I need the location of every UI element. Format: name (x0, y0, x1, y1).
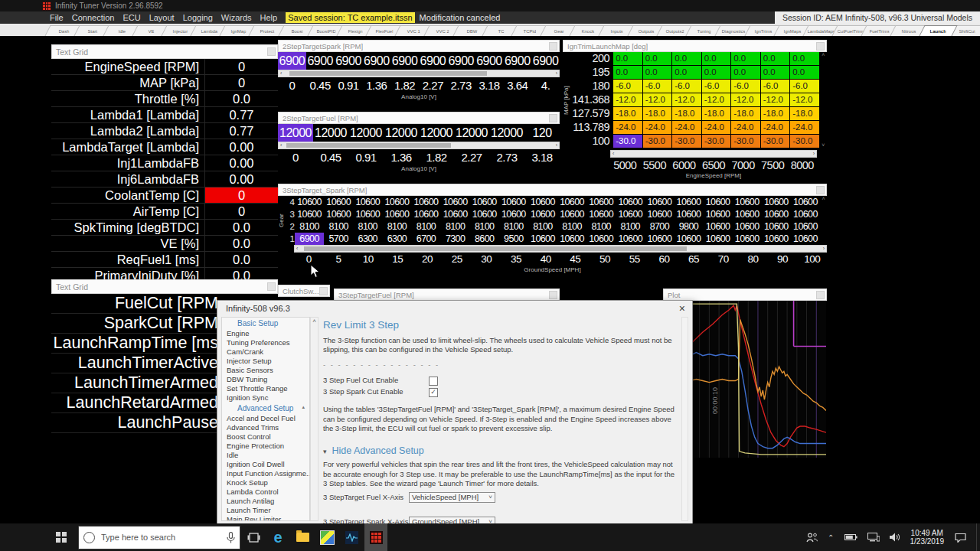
panel-menu-button[interactable] (549, 114, 557, 122)
scroll-left-icon[interactable]: ‹ (280, 70, 282, 77)
grid-cell[interactable]: 5700 (324, 233, 353, 245)
map-cell[interactable]: -24.0 (731, 121, 760, 134)
grid-cell[interactable]: 10600 (674, 196, 703, 208)
spark-cut-enable-checkbox[interactable]: ✓ (429, 388, 438, 397)
scroll-left-icon[interactable]: ‹ (612, 151, 614, 157)
map-cell[interactable]: -30.0 (761, 135, 790, 148)
scroll-right-icon[interactable]: › (813, 151, 815, 157)
axis-tick[interactable]: 0.45 (306, 77, 335, 93)
sidebar-item-engine[interactable]: Engine (227, 329, 309, 338)
sidebar-item-ignition-sync[interactable]: Ignition Sync (227, 393, 309, 403)
grid-cell[interactable]: 10600 (616, 208, 645, 220)
grid-cell[interactable]: 8100 (382, 220, 411, 233)
map-cell[interactable]: 0.0 (761, 66, 790, 79)
map-cell[interactable]: -6.0 (790, 80, 819, 93)
map-cell[interactable]: -18.0 (731, 107, 760, 120)
grid-cell[interactable]: 12000 (348, 124, 384, 142)
grid-cell[interactable]: 10600 (528, 208, 557, 220)
axis-tick[interactable]: 1.36 (384, 149, 419, 165)
grid-cell[interactable]: 6300 (353, 233, 382, 245)
tab-launch[interactable]: Launch (919, 25, 957, 36)
grid-cell[interactable]: 10600 (791, 208, 820, 220)
hide-advanced-setup-toggle[interactable]: ▾Hide Advanced Setup (323, 446, 678, 457)
grid-cell[interactable]: 10600 (324, 196, 353, 208)
grid-cell[interactable]: 6900 (306, 52, 335, 70)
scroll-left-icon[interactable]: ‹ (296, 246, 298, 252)
grid-cell[interactable]: 8100 (499, 220, 528, 233)
grid-cell[interactable]: 8100 (470, 220, 499, 233)
map-cell[interactable]: 0.0 (790, 66, 819, 79)
grid-cell[interactable]: 10600 (499, 196, 528, 208)
grid-cell[interactable]: 8100 (353, 220, 382, 233)
grid-cell[interactable]: 10600 (762, 208, 791, 220)
grid-cell[interactable]: 10600 (441, 208, 470, 220)
grid-cell[interactable]: 10600 (382, 196, 411, 208)
horizontal-scrollbar[interactable]: ‹ › (610, 150, 817, 158)
sidebar-item-launch-antilag[interactable]: Launch Antilag (227, 497, 309, 506)
map-cell[interactable]: -30.0 (613, 135, 642, 148)
axis-tick[interactable]: 1.82 (419, 149, 454, 165)
scroll-right-icon[interactable]: › (556, 142, 557, 148)
map-cell[interactable]: -30.0 (790, 135, 819, 148)
map-cell[interactable]: -12.0 (790, 93, 819, 106)
grid-cell[interactable]: 10600 (616, 196, 645, 208)
grid-cell[interactable]: 10600 (704, 233, 733, 245)
fuel-x-axis-select[interactable]: VehicleSpeed [MPH]˅ (409, 492, 495, 503)
sidebar-scrollbar[interactable]: ˄ (310, 317, 318, 521)
map-cell[interactable]: -24.0 (672, 121, 701, 134)
axis-tick[interactable]: 1.36 (362, 77, 390, 93)
start-button[interactable] (44, 523, 78, 551)
grid-cell[interactable]: 10600 (645, 196, 674, 208)
grid-cell[interactable]: 10600 (470, 196, 499, 208)
taskbar-clock[interactable]: 10:49 AM 1/23/2019 (910, 529, 945, 546)
grid-cell[interactable]: 10600 (382, 208, 411, 220)
sidebar-item-tuning-preferences[interactable]: Tuning Preferences (227, 338, 309, 347)
map-cell[interactable]: -30.0 (702, 135, 731, 148)
grid-cell[interactable]: 8100 (324, 220, 353, 233)
map-cell[interactable]: -24.0 (643, 121, 672, 134)
menu-item-connection[interactable]: Connection (72, 13, 115, 22)
grid-cell[interactable]: 8100 (557, 220, 586, 233)
menu-item-help[interactable]: Help (260, 13, 278, 22)
infinity-tuner-taskbar-icon[interactable] (364, 523, 387, 551)
scroll-down-icon[interactable]: ˅ (820, 142, 827, 148)
grid-cell[interactable]: 6900 (295, 233, 324, 245)
axis-tick[interactable]: 0.45 (313, 149, 348, 165)
grid-cell[interactable]: 6900 (475, 52, 504, 70)
axis-tick[interactable]: 0.91 (335, 77, 363, 93)
map-cell[interactable]: -30.0 (643, 135, 672, 148)
menu-item-ecu[interactable]: ECU (122, 13, 140, 22)
grid-cell[interactable]: 12000 (489, 124, 524, 142)
grid-cell[interactable]: 10600 (762, 196, 791, 208)
sidebar-item-accel-and-decel-fuel[interactable]: Accel and Decel Fuel (227, 414, 309, 423)
grid-cell[interactable]: 9500 (499, 233, 528, 245)
map-cell[interactable]: -18.0 (702, 107, 731, 120)
scroll-up-icon[interactable]: ˄ (311, 318, 318, 325)
grid-cell[interactable]: 10600 (791, 196, 820, 208)
sidebar-item-boost-control[interactable]: Boost Control (227, 432, 309, 442)
horizontal-scrollbar[interactable]: ‹ › (294, 245, 827, 253)
scroll-left-icon[interactable]: ‹ (280, 142, 282, 148)
grid-cell[interactable]: 10600 (733, 196, 762, 208)
menu-item-logging[interactable]: Logging (183, 13, 213, 22)
taskbar-search-input[interactable]: Type here to search (78, 526, 240, 549)
vertical-scrollbar[interactable]: ˄ ˅ (820, 52, 827, 148)
vertical-scrollbar[interactable]: ˄ (820, 196, 827, 245)
map-cell[interactable]: -18.0 (790, 107, 819, 120)
map-cell[interactable]: -24.0 (613, 121, 642, 134)
sidebar-item-advanced-trims[interactable]: Advanced Trims (227, 423, 309, 432)
sidebar-item-injector-setup[interactable]: Injector Setup (227, 357, 309, 366)
show-desktop-button[interactable] (976, 523, 980, 551)
panel-menu-button[interactable] (549, 291, 557, 299)
grid-cell[interactable]: 10600 (762, 220, 791, 233)
grid-cell[interactable]: 6900 (390, 52, 419, 70)
map-cell[interactable]: 0.0 (613, 52, 642, 65)
menu-item-file[interactable]: File (50, 13, 64, 22)
grid-cell[interactable]: 120 (524, 124, 560, 142)
panel-menu-button[interactable] (549, 42, 557, 51)
horizontal-scrollbar[interactable]: ‹ › (278, 70, 560, 77)
horizontal-scrollbar[interactable]: ‹ › (278, 142, 560, 149)
grid-cell[interactable]: 8100 (411, 220, 440, 233)
grid-cell[interactable]: 12000 (454, 124, 489, 142)
grid-cell[interactable]: 9800 (674, 220, 703, 233)
